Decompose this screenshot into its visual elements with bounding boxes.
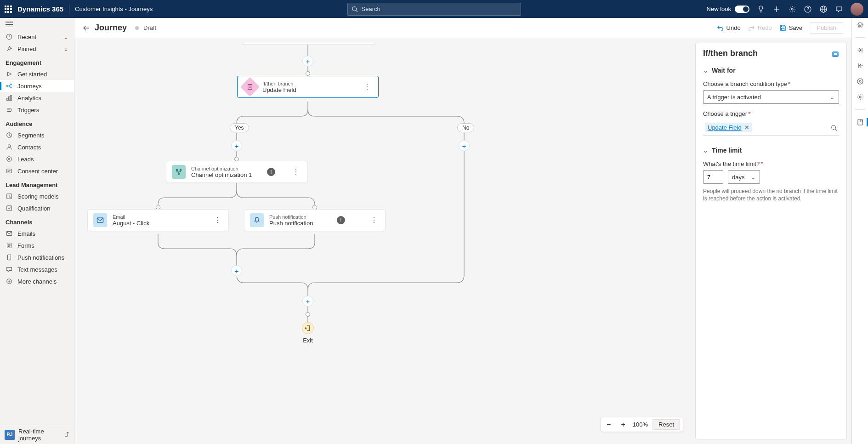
chevron-down-icon: ⌄ bbox=[63, 34, 68, 40]
add-node-button[interactable]: + bbox=[459, 140, 470, 151]
search-icon bbox=[352, 6, 358, 12]
label: Pinned bbox=[17, 46, 36, 52]
hamburger-icon[interactable] bbox=[6, 22, 13, 27]
svg-point-49 bbox=[857, 79, 863, 84]
label: More channels bbox=[17, 278, 57, 285]
lightbulb-icon[interactable] bbox=[757, 5, 765, 13]
rail-collapse-icon[interactable] bbox=[856, 62, 864, 70]
area-label: Real-time journeys bbox=[18, 428, 61, 442]
search-icon[interactable] bbox=[831, 125, 837, 131]
area-chip: RJ bbox=[5, 430, 15, 440]
sidebar-scoring[interactable]: Scoring models bbox=[0, 190, 74, 202]
pin-icon bbox=[6, 45, 13, 52]
node-menu-button[interactable]: ⋮ bbox=[290, 168, 301, 176]
sidebar-consent[interactable]: Consent center bbox=[0, 165, 74, 177]
back-button[interactable] bbox=[83, 24, 90, 32]
sidebar-pinned[interactable]: Pinned ⌄ bbox=[0, 43, 74, 55]
zoom-in-button[interactable]: + bbox=[618, 420, 628, 429]
sidebar-more-channels[interactable]: More channels bbox=[0, 275, 74, 287]
divider bbox=[69, 5, 69, 14]
svg-rect-20 bbox=[7, 169, 12, 173]
zoom-value: 100% bbox=[633, 421, 648, 428]
sidebar-forms[interactable]: Forms bbox=[0, 239, 74, 251]
label: Journeys bbox=[17, 83, 42, 90]
plus-icon[interactable] bbox=[772, 5, 781, 13]
svg-point-4 bbox=[791, 8, 793, 10]
rail-copilot-icon[interactable] bbox=[856, 21, 864, 29]
remove-trigger-button[interactable]: ✕ bbox=[744, 124, 749, 131]
sidebar-segments[interactable]: Segments bbox=[0, 129, 74, 141]
chevron-down-icon: ⌄ bbox=[703, 67, 708, 74]
rail-expand-icon[interactable] bbox=[856, 46, 864, 54]
svg-line-1 bbox=[356, 10, 357, 12]
app-launcher-icon[interactable] bbox=[5, 6, 12, 13]
sidebar-leads[interactable]: Leads bbox=[0, 153, 74, 165]
label: Redo bbox=[758, 24, 772, 31]
person-icon bbox=[6, 143, 13, 151]
section-wait-for[interactable]: ⌄ Wait for bbox=[703, 67, 839, 74]
label: Save bbox=[789, 24, 803, 31]
trigger-field[interactable]: Update Field ✕ bbox=[703, 120, 839, 136]
node-menu-button[interactable]: ⋮ bbox=[212, 216, 223, 224]
new-look-label: New look bbox=[707, 6, 731, 12]
add-node-button[interactable]: + bbox=[302, 56, 313, 67]
sidebar-emails[interactable]: Emails bbox=[0, 228, 74, 239]
sidebar-qualification[interactable]: Qualification bbox=[0, 202, 74, 214]
new-look-toggle[interactable] bbox=[735, 6, 749, 13]
add-node-button[interactable]: + bbox=[231, 265, 242, 276]
branch-no-label: No bbox=[457, 123, 474, 132]
sidebar-push[interactable]: Push notifications bbox=[0, 251, 74, 263]
zoom-out-button[interactable]: − bbox=[604, 420, 613, 429]
help-icon[interactable] bbox=[804, 5, 812, 13]
avatar[interactable] bbox=[851, 3, 863, 16]
undo-button[interactable]: Undo bbox=[717, 24, 741, 31]
svg-rect-38 bbox=[248, 85, 252, 90]
analytics-icon bbox=[6, 94, 13, 102]
sidebar-recent[interactable]: Recent ⌄ bbox=[0, 31, 74, 43]
area-switcher[interactable]: RJ Real-time journeys ⇵ bbox=[0, 425, 74, 444]
chat-icon[interactable] bbox=[835, 5, 843, 13]
node-if-then[interactable]: If/then branch Update Field ⋮ bbox=[237, 76, 379, 98]
trigger-link[interactable]: Update Field bbox=[708, 124, 742, 131]
node-menu-button[interactable]: ⋮ bbox=[369, 216, 380, 224]
rail-target-icon[interactable] bbox=[856, 77, 864, 85]
node-type: Push notification bbox=[269, 214, 313, 220]
label: Get started bbox=[17, 71, 47, 78]
time-value-input[interactable] bbox=[703, 170, 723, 184]
add-node-button[interactable]: + bbox=[302, 296, 313, 307]
node-email[interactable]: Email August - Click ⋮ bbox=[87, 209, 229, 231]
sidebar-contacts[interactable]: Contacts bbox=[0, 141, 74, 153]
node-channel-optimization[interactable]: Channel optimization Channel optimizatio… bbox=[166, 161, 307, 183]
journey-canvas[interactable]: + If/then branch Update Field ⋮ bbox=[79, 43, 691, 439]
add-node-button[interactable]: + bbox=[231, 140, 242, 151]
rail-settings-icon[interactable] bbox=[856, 93, 864, 101]
redo-button[interactable]: Redo bbox=[748, 24, 772, 31]
gear-icon[interactable] bbox=[788, 5, 796, 13]
time-unit-select[interactable]: days ⌄ bbox=[728, 170, 760, 184]
node-menu-button[interactable]: ⋮ bbox=[362, 83, 373, 91]
label: Consent center bbox=[17, 168, 58, 175]
save-button[interactable]: Save bbox=[779, 24, 803, 31]
sidebar-journeys[interactable]: Journeys bbox=[0, 80, 74, 92]
section-time-limit[interactable]: ⌄ Time limit bbox=[703, 147, 839, 154]
search-box[interactable] bbox=[347, 3, 521, 16]
channel-opt-icon bbox=[172, 165, 186, 179]
publish-button[interactable]: Publish bbox=[810, 22, 843, 34]
time-limit-helper: People will proceed down the no branch i… bbox=[703, 188, 839, 202]
sidebar-triggers[interactable]: Triggers bbox=[0, 104, 74, 116]
sidebar-get-started[interactable]: Get started bbox=[0, 68, 74, 80]
sidebar-text[interactable]: Text messages bbox=[0, 263, 74, 275]
svg-point-11 bbox=[11, 84, 12, 85]
forms-icon bbox=[6, 242, 13, 249]
sidebar-analytics[interactable]: Analytics bbox=[0, 92, 74, 104]
popout-icon[interactable] bbox=[832, 50, 839, 57]
branch-yes-label: Yes bbox=[230, 123, 249, 132]
rail-notes-icon[interactable] bbox=[852, 118, 868, 126]
trigger-chip: Update Field ✕ bbox=[705, 123, 752, 132]
branch-condition-select[interactable]: A trigger is activated ⌄ bbox=[703, 90, 839, 104]
search-input[interactable] bbox=[361, 5, 517, 13]
node-push[interactable]: Push notification Push notification ! ⋮ bbox=[244, 209, 386, 231]
globe-icon[interactable] bbox=[819, 5, 828, 13]
label: Forms bbox=[17, 242, 34, 249]
zoom-reset-button[interactable]: Reset bbox=[652, 419, 680, 430]
